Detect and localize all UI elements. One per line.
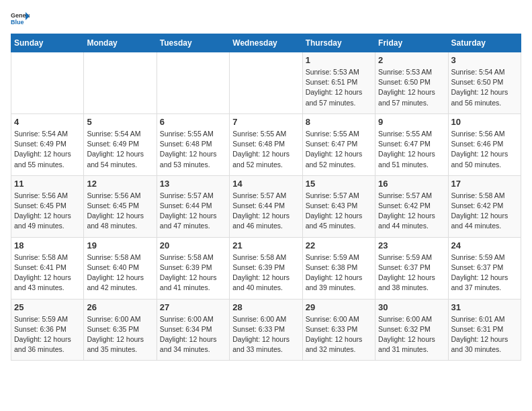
calendar-cell xyxy=(84,52,157,114)
day-detail: Sunrise: 5:58 AM Sunset: 6:42 PM Dayligh… xyxy=(451,191,518,232)
day-number: 26 xyxy=(87,302,153,312)
day-number: 15 xyxy=(306,179,372,189)
day-detail: Sunrise: 5:59 AM Sunset: 6:38 PM Dayligh… xyxy=(306,253,372,293)
header-cell-tuesday: Tuesday xyxy=(157,34,229,52)
header-cell-saturday: Saturday xyxy=(448,34,521,52)
day-number: 11 xyxy=(14,179,81,189)
day-number: 4 xyxy=(14,117,81,127)
day-detail: Sunrise: 5:58 AM Sunset: 6:41 PM Dayligh… xyxy=(14,253,81,293)
calendar-cell: 5Sunrise: 5:54 AM Sunset: 6:49 PM Daylig… xyxy=(84,113,157,175)
day-detail: Sunrise: 5:57 AM Sunset: 6:42 PM Dayligh… xyxy=(378,191,445,232)
day-number: 7 xyxy=(232,117,299,127)
day-number: 5 xyxy=(87,117,153,127)
calendar-cell: 20Sunrise: 5:58 AM Sunset: 6:39 PM Dayli… xyxy=(157,237,229,299)
day-detail: Sunrise: 5:54 AM Sunset: 6:49 PM Dayligh… xyxy=(14,129,81,170)
week-row-5: 25Sunrise: 5:59 AM Sunset: 6:36 PM Dayli… xyxy=(11,299,521,361)
calendar-cell: 10Sunrise: 5:56 AM Sunset: 6:46 PM Dayli… xyxy=(448,113,521,175)
day-detail: Sunrise: 5:55 AM Sunset: 6:48 PM Dayligh… xyxy=(232,129,299,170)
week-row-1: 1Sunrise: 5:53 AM Sunset: 6:51 PM Daylig… xyxy=(11,52,521,114)
calendar-cell: 6Sunrise: 5:55 AM Sunset: 6:48 PM Daylig… xyxy=(157,113,229,175)
calendar-cell: 15Sunrise: 5:57 AM Sunset: 6:43 PM Dayli… xyxy=(302,175,375,237)
day-detail: Sunrise: 6:00 AM Sunset: 6:35 PM Dayligh… xyxy=(87,314,153,355)
calendar-cell: 2Sunrise: 5:53 AM Sunset: 6:50 PM Daylig… xyxy=(375,52,448,114)
day-detail: Sunrise: 5:53 AM Sunset: 6:51 PM Dayligh… xyxy=(306,67,372,108)
day-number: 10 xyxy=(451,117,518,127)
svg-text:Blue: Blue xyxy=(11,19,24,26)
day-number: 9 xyxy=(378,117,445,127)
calendar-table: SundayMondayTuesdayWednesdayThursdayFrid… xyxy=(11,34,521,361)
day-number: 22 xyxy=(306,240,372,250)
header-cell-monday: Monday xyxy=(84,34,157,52)
day-detail: Sunrise: 5:56 AM Sunset: 6:45 PM Dayligh… xyxy=(87,191,153,232)
day-number: 21 xyxy=(232,240,299,250)
calendar-cell: 12Sunrise: 5:56 AM Sunset: 6:45 PM Dayli… xyxy=(84,175,157,237)
day-detail: Sunrise: 5:55 AM Sunset: 6:47 PM Dayligh… xyxy=(306,129,372,170)
day-number: 31 xyxy=(451,302,518,312)
day-number: 14 xyxy=(232,179,299,189)
day-detail: Sunrise: 5:59 AM Sunset: 6:37 PM Dayligh… xyxy=(378,253,445,293)
header-cell-friday: Friday xyxy=(375,34,448,52)
calendar-cell: 9Sunrise: 5:55 AM Sunset: 6:47 PM Daylig… xyxy=(375,113,448,175)
day-detail: Sunrise: 5:57 AM Sunset: 6:43 PM Dayligh… xyxy=(306,191,372,232)
day-number: 20 xyxy=(160,240,226,250)
day-number: 28 xyxy=(232,302,299,312)
calendar-cell: 28Sunrise: 6:00 AM Sunset: 6:33 PM Dayli… xyxy=(230,299,302,361)
day-detail: Sunrise: 5:59 AM Sunset: 6:37 PM Dayligh… xyxy=(451,253,518,293)
day-number: 18 xyxy=(14,240,81,250)
week-row-2: 4Sunrise: 5:54 AM Sunset: 6:49 PM Daylig… xyxy=(11,113,521,175)
calendar-cell: 4Sunrise: 5:54 AM Sunset: 6:49 PM Daylig… xyxy=(11,113,84,175)
header-cell-wednesday: Wednesday xyxy=(230,34,302,52)
week-row-4: 18Sunrise: 5:58 AM Sunset: 6:41 PM Dayli… xyxy=(11,237,521,299)
logo-icon: General Blue xyxy=(11,11,30,26)
day-number: 17 xyxy=(451,179,518,189)
header: General Blue xyxy=(11,11,521,26)
day-number: 2 xyxy=(378,55,445,65)
day-detail: Sunrise: 6:00 AM Sunset: 6:32 PM Dayligh… xyxy=(378,314,445,355)
day-detail: Sunrise: 6:01 AM Sunset: 6:31 PM Dayligh… xyxy=(451,314,518,355)
calendar-cell: 17Sunrise: 5:58 AM Sunset: 6:42 PM Dayli… xyxy=(448,175,521,237)
day-detail: Sunrise: 5:57 AM Sunset: 6:44 PM Dayligh… xyxy=(232,191,299,232)
header-cell-thursday: Thursday xyxy=(302,34,375,52)
week-row-3: 11Sunrise: 5:56 AM Sunset: 6:45 PM Dayli… xyxy=(11,175,521,237)
day-number: 24 xyxy=(451,240,518,250)
calendar-cell: 11Sunrise: 5:56 AM Sunset: 6:45 PM Dayli… xyxy=(11,175,84,237)
calendar-cell: 21Sunrise: 5:58 AM Sunset: 6:39 PM Dayli… xyxy=(230,237,302,299)
calendar-cell: 31Sunrise: 6:01 AM Sunset: 6:31 PM Dayli… xyxy=(448,299,521,361)
day-number: 19 xyxy=(87,240,153,250)
day-detail: Sunrise: 6:00 AM Sunset: 6:34 PM Dayligh… xyxy=(160,314,226,355)
calendar-cell: 3Sunrise: 5:54 AM Sunset: 6:50 PM Daylig… xyxy=(448,52,521,114)
day-number: 3 xyxy=(451,55,518,65)
day-number: 1 xyxy=(306,55,372,65)
calendar-cell: 30Sunrise: 6:00 AM Sunset: 6:32 PM Dayli… xyxy=(375,299,448,361)
day-detail: Sunrise: 5:58 AM Sunset: 6:40 PM Dayligh… xyxy=(87,253,153,293)
day-number: 8 xyxy=(306,117,372,127)
calendar-cell: 14Sunrise: 5:57 AM Sunset: 6:44 PM Dayli… xyxy=(230,175,302,237)
calendar-cell: 23Sunrise: 5:59 AM Sunset: 6:37 PM Dayli… xyxy=(375,237,448,299)
calendar-cell: 29Sunrise: 6:00 AM Sunset: 6:33 PM Dayli… xyxy=(302,299,375,361)
day-number: 13 xyxy=(160,179,226,189)
day-detail: Sunrise: 5:57 AM Sunset: 6:44 PM Dayligh… xyxy=(160,191,226,232)
day-number: 16 xyxy=(378,179,445,189)
day-detail: Sunrise: 5:56 AM Sunset: 6:45 PM Dayligh… xyxy=(14,191,81,232)
day-detail: Sunrise: 5:54 AM Sunset: 6:50 PM Dayligh… xyxy=(451,67,518,108)
calendar-cell: 13Sunrise: 5:57 AM Sunset: 6:44 PM Dayli… xyxy=(157,175,229,237)
day-number: 27 xyxy=(160,302,226,312)
day-number: 25 xyxy=(14,302,81,312)
day-detail: Sunrise: 5:58 AM Sunset: 6:39 PM Dayligh… xyxy=(160,253,226,293)
header-cell-sunday: Sunday xyxy=(11,34,84,52)
day-detail: Sunrise: 5:53 AM Sunset: 6:50 PM Dayligh… xyxy=(378,67,445,108)
calendar-header: SundayMondayTuesdayWednesdayThursdayFrid… xyxy=(11,34,521,52)
day-detail: Sunrise: 5:58 AM Sunset: 6:39 PM Dayligh… xyxy=(232,253,299,293)
header-row: SundayMondayTuesdayWednesdayThursdayFrid… xyxy=(11,34,521,52)
day-number: 29 xyxy=(306,302,372,312)
calendar-cell: 7Sunrise: 5:55 AM Sunset: 6:48 PM Daylig… xyxy=(230,113,302,175)
day-detail: Sunrise: 5:59 AM Sunset: 6:36 PM Dayligh… xyxy=(14,314,81,355)
calendar-cell: 18Sunrise: 5:58 AM Sunset: 6:41 PM Dayli… xyxy=(11,237,84,299)
day-number: 6 xyxy=(160,117,226,127)
day-detail: Sunrise: 6:00 AM Sunset: 6:33 PM Dayligh… xyxy=(306,314,372,355)
day-detail: Sunrise: 5:56 AM Sunset: 6:46 PM Dayligh… xyxy=(451,129,518,170)
calendar-cell: 1Sunrise: 5:53 AM Sunset: 6:51 PM Daylig… xyxy=(302,52,375,114)
calendar-cell xyxy=(230,52,302,114)
day-detail: Sunrise: 5:55 AM Sunset: 6:47 PM Dayligh… xyxy=(378,129,445,170)
day-detail: Sunrise: 5:55 AM Sunset: 6:48 PM Dayligh… xyxy=(160,129,226,170)
